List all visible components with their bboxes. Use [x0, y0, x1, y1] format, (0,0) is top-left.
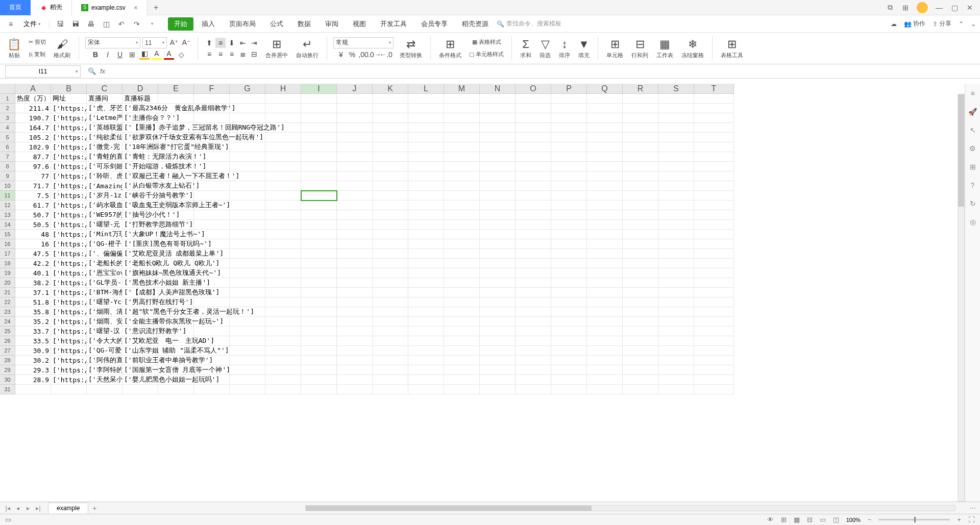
cell[interactable]: ['https:// — [51, 346, 87, 356]
cell[interactable] — [444, 317, 480, 327]
cell[interactable] — [480, 249, 516, 259]
cell[interactable] — [587, 220, 623, 230]
cell[interactable] — [694, 346, 734, 356]
cell[interactable] — [516, 210, 551, 220]
status-mode-icon[interactable]: ▭ — [5, 516, 11, 523]
cell[interactable] — [337, 268, 373, 278]
view-normal-icon[interactable]: ⊞ — [781, 516, 787, 523]
row-header-13[interactable]: 13 — [0, 210, 15, 220]
cell[interactable] — [301, 346, 337, 356]
cell[interactable] — [373, 307, 408, 317]
cell[interactable] — [301, 104, 337, 113]
cell[interactable] — [551, 201, 587, 210]
cell[interactable] — [658, 365, 694, 375]
cell[interactable]: ['天然呆小 — [87, 375, 122, 385]
cell[interactable] — [623, 268, 658, 278]
cell[interactable] — [694, 94, 734, 104]
col-header-G[interactable]: G — [230, 84, 265, 94]
cell[interactable] — [444, 375, 480, 385]
cell[interactable] — [587, 288, 623, 297]
cell[interactable] — [623, 142, 658, 152]
row-header-5[interactable]: 5 — [0, 133, 15, 142]
cell[interactable] — [301, 278, 337, 288]
cell[interactable]: ['意识流打野教学'] — [122, 327, 158, 336]
row-header-11[interactable]: 11 — [0, 191, 15, 201]
cell[interactable]: ['阿伟的直 — [87, 356, 122, 365]
cell[interactable]: ['最高2346分 黄金乱杀最细教学'] — [122, 104, 158, 113]
cell[interactable] — [373, 317, 408, 327]
cell[interactable] — [408, 220, 444, 230]
col-header-N[interactable]: N — [480, 84, 516, 94]
paste-button[interactable]: 📋粘贴 — [5, 38, 23, 59]
cell[interactable] — [265, 133, 301, 142]
cell[interactable]: 61.7 — [15, 201, 51, 210]
cell[interactable] — [408, 133, 444, 142]
cell[interactable] — [694, 142, 734, 152]
cell[interactable]: ['https:// — [51, 152, 87, 162]
cell[interactable] — [408, 201, 444, 210]
cell[interactable] — [623, 191, 658, 201]
cell[interactable] — [408, 191, 444, 201]
cut-button[interactable]: ✂ 剪切 — [27, 37, 47, 48]
cell[interactable] — [551, 220, 587, 230]
cell[interactable] — [516, 375, 551, 385]
cell[interactable]: 直播间 — [87, 94, 122, 104]
cell[interactable] — [337, 123, 373, 133]
sidebar-layout-icon[interactable]: ⊞ — [968, 162, 977, 171]
cell[interactable] — [694, 133, 734, 142]
cell[interactable] — [480, 336, 516, 346]
cell[interactable] — [516, 123, 551, 133]
cell[interactable] — [551, 133, 587, 142]
cell[interactable] — [408, 336, 444, 346]
cell[interactable]: ['打野教学思路细节'] — [122, 220, 158, 230]
cell[interactable] — [337, 288, 373, 297]
cell[interactable] — [623, 123, 658, 133]
cell[interactable]: 直播标题 — [122, 94, 158, 104]
cell[interactable]: 48 — [15, 230, 51, 239]
cell[interactable] — [373, 327, 408, 336]
cell[interactable]: 164.7 — [15, 123, 51, 133]
cell[interactable]: 28.9 — [15, 375, 51, 385]
cell[interactable] — [301, 210, 337, 220]
cell[interactable] — [694, 259, 734, 268]
cell[interactable]: 29.3 — [15, 365, 51, 375]
cell[interactable]: 30.2 — [15, 356, 51, 365]
cell[interactable] — [480, 220, 516, 230]
cell[interactable]: 35.2 — [15, 317, 51, 327]
cell[interactable]: ['https:// — [51, 113, 87, 123]
cell[interactable] — [551, 191, 587, 201]
cell[interactable]: ['青蛙：无限活力表演！'] — [122, 152, 158, 162]
cell[interactable] — [587, 336, 623, 346]
cell[interactable] — [230, 259, 265, 268]
menu-tab-insert[interactable]: 插入 — [195, 17, 221, 31]
cell[interactable] — [444, 142, 480, 152]
collapse-icon[interactable]: ⌃ — [959, 20, 964, 28]
indent-dec-icon[interactable]: ⇤ — [238, 38, 248, 48]
cell[interactable] — [658, 317, 694, 327]
cell[interactable] — [444, 346, 480, 356]
cell[interactable] — [623, 239, 658, 249]
cell[interactable] — [444, 249, 480, 259]
cell[interactable] — [265, 162, 301, 171]
menu-tab-formula[interactable]: 公式 — [264, 17, 289, 31]
cell[interactable]: ['婴儿肥黑色小姐姐一起玩吗'] — [122, 375, 158, 385]
cell[interactable] — [623, 375, 658, 385]
cell[interactable] — [516, 142, 551, 152]
cell[interactable] — [408, 356, 444, 365]
type-convert-button[interactable]: ⇄类型转换 — [398, 38, 424, 59]
more-icon[interactable]: ⋯ — [966, 505, 980, 512]
cell[interactable]: ['微竞-完 — [87, 142, 122, 152]
menu-tab-pagelayout[interactable]: 页面布局 — [223, 17, 262, 31]
sidebar-help-icon[interactable]: ? — [968, 181, 977, 190]
cell[interactable]: ['BTM-海然 — [87, 288, 122, 297]
sheet-tab-active[interactable]: example — [48, 503, 88, 513]
cell[interactable] — [587, 327, 623, 336]
col-header-J[interactable]: J — [337, 84, 373, 94]
cell[interactable] — [337, 162, 373, 171]
cell[interactable] — [623, 297, 658, 307]
cell[interactable] — [265, 385, 301, 394]
menu-tab-start[interactable]: 开始 — [168, 17, 193, 31]
cell[interactable]: 7.5 — [15, 191, 51, 201]
align-right-icon[interactable]: ≡ — [227, 49, 237, 59]
cell[interactable] — [408, 297, 444, 307]
